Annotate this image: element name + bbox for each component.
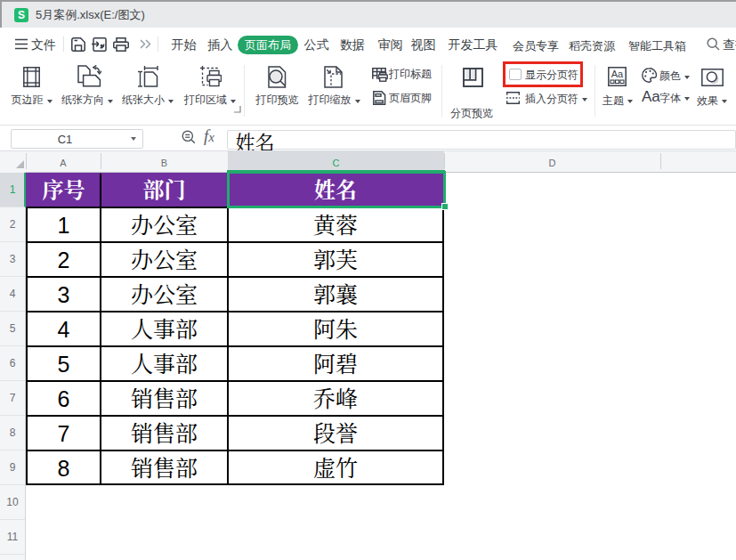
svg-text:Aa: Aa: [611, 69, 624, 79]
